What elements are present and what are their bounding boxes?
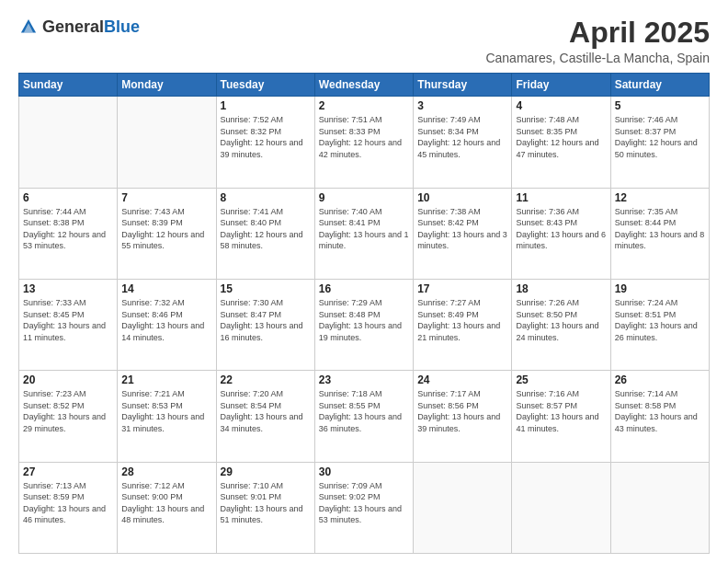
col-header-saturday: Saturday bbox=[610, 74, 709, 97]
day-info: Sunrise: 7:29 AMSunset: 8:48 PMDaylight:… bbox=[319, 297, 409, 343]
calendar-cell: 4Sunrise: 7:48 AMSunset: 8:35 PMDaylight… bbox=[512, 97, 610, 188]
day-number: 2 bbox=[319, 99, 409, 112]
day-info: Sunrise: 7:33 AMSunset: 8:45 PMDaylight:… bbox=[23, 297, 113, 343]
calendar-cell: 25Sunrise: 7:16 AMSunset: 8:57 PMDayligh… bbox=[512, 371, 610, 462]
location: Canamares, Castille-La Mancha, Spain bbox=[485, 51, 710, 65]
calendar-cell bbox=[19, 97, 118, 188]
calendar-cell: 22Sunrise: 7:20 AMSunset: 8:54 PMDayligh… bbox=[216, 371, 314, 462]
calendar-cell: 10Sunrise: 7:38 AMSunset: 8:42 PMDayligh… bbox=[414, 188, 512, 279]
day-number: 8 bbox=[221, 191, 311, 204]
day-number: 21 bbox=[121, 373, 211, 386]
day-number: 22 bbox=[221, 373, 311, 386]
day-number: 9 bbox=[319, 191, 409, 204]
col-header-thursday: Thursday bbox=[414, 74, 512, 97]
calendar-cell: 28Sunrise: 7:12 AMSunset: 9:00 PMDayligh… bbox=[118, 462, 216, 553]
calendar-cell: 8Sunrise: 7:41 AMSunset: 8:40 PMDaylight… bbox=[216, 188, 314, 279]
day-number: 14 bbox=[121, 282, 211, 295]
day-info: Sunrise: 7:27 AMSunset: 8:49 PMDaylight:… bbox=[417, 297, 507, 343]
day-info: Sunrise: 7:23 AMSunset: 8:52 PMDaylight:… bbox=[23, 388, 113, 434]
calendar-cell: 30Sunrise: 7:09 AMSunset: 9:02 PMDayligh… bbox=[314, 462, 413, 553]
col-header-tuesday: Tuesday bbox=[216, 74, 314, 97]
calendar-cell: 21Sunrise: 7:21 AMSunset: 8:53 PMDayligh… bbox=[118, 371, 216, 462]
month-year: April 2025 bbox=[485, 17, 710, 49]
calendar-cell: 17Sunrise: 7:27 AMSunset: 8:49 PMDayligh… bbox=[414, 279, 512, 370]
calendar-cell: 14Sunrise: 7:32 AMSunset: 8:46 PMDayligh… bbox=[118, 279, 216, 370]
day-number: 25 bbox=[516, 373, 606, 386]
day-info: Sunrise: 7:46 AMSunset: 8:37 PMDaylight:… bbox=[615, 114, 705, 160]
calendar-cell bbox=[414, 462, 512, 553]
calendar-cell: 6Sunrise: 7:44 AMSunset: 8:38 PMDaylight… bbox=[19, 188, 118, 279]
calendar-cell: 29Sunrise: 7:10 AMSunset: 9:01 PMDayligh… bbox=[216, 462, 314, 553]
day-info: Sunrise: 7:18 AMSunset: 8:55 PMDaylight:… bbox=[319, 388, 409, 434]
title-block: April 2025 Canamares, Castille-La Mancha… bbox=[485, 17, 710, 65]
day-info: Sunrise: 7:52 AMSunset: 8:32 PMDaylight:… bbox=[221, 114, 311, 160]
day-info: Sunrise: 7:43 AMSunset: 8:39 PMDaylight:… bbox=[121, 206, 211, 252]
day-info: Sunrise: 7:41 AMSunset: 8:40 PMDaylight:… bbox=[221, 206, 311, 252]
day-info: Sunrise: 7:21 AMSunset: 8:53 PMDaylight:… bbox=[121, 388, 211, 434]
day-number: 29 bbox=[221, 465, 311, 478]
col-header-sunday: Sunday bbox=[19, 74, 118, 97]
calendar-cell: 26Sunrise: 7:14 AMSunset: 8:58 PMDayligh… bbox=[610, 371, 709, 462]
day-number: 17 bbox=[417, 282, 507, 295]
calendar-cell: 16Sunrise: 7:29 AMSunset: 8:48 PMDayligh… bbox=[314, 279, 413, 370]
calendar-cell: 23Sunrise: 7:18 AMSunset: 8:55 PMDayligh… bbox=[314, 371, 413, 462]
day-number: 1 bbox=[221, 99, 311, 112]
day-number: 23 bbox=[319, 373, 409, 386]
day-info: Sunrise: 7:48 AMSunset: 8:35 PMDaylight:… bbox=[516, 114, 606, 160]
header: GeneralBlue April 2025 Canamares, Castil… bbox=[18, 17, 710, 65]
day-info: Sunrise: 7:20 AMSunset: 8:54 PMDaylight:… bbox=[221, 388, 311, 434]
calendar-cell: 7Sunrise: 7:43 AMSunset: 8:39 PMDaylight… bbox=[118, 188, 216, 279]
calendar-cell: 2Sunrise: 7:51 AMSunset: 8:33 PMDaylight… bbox=[314, 97, 413, 188]
calendar-cell: 27Sunrise: 7:13 AMSunset: 8:59 PMDayligh… bbox=[19, 462, 118, 553]
calendar-cell: 1Sunrise: 7:52 AMSunset: 8:32 PMDaylight… bbox=[216, 97, 314, 188]
calendar-cell: 5Sunrise: 7:46 AMSunset: 8:37 PMDaylight… bbox=[610, 97, 709, 188]
day-number: 7 bbox=[121, 191, 211, 204]
day-info: Sunrise: 7:35 AMSunset: 8:44 PMDaylight:… bbox=[615, 206, 705, 252]
calendar-cell bbox=[610, 462, 709, 553]
logo-icon bbox=[18, 17, 39, 37]
day-number: 18 bbox=[516, 282, 606, 295]
logo-blue: Blue bbox=[104, 17, 140, 36]
day-info: Sunrise: 7:32 AMSunset: 8:46 PMDaylight:… bbox=[121, 297, 211, 343]
calendar-table: SundayMondayTuesdayWednesdayThursdayFrid… bbox=[18, 73, 710, 554]
day-number: 11 bbox=[516, 191, 606, 204]
day-info: Sunrise: 7:10 AMSunset: 9:01 PMDaylight:… bbox=[221, 480, 311, 526]
day-number: 27 bbox=[23, 465, 113, 478]
day-number: 13 bbox=[23, 282, 113, 295]
day-number: 26 bbox=[615, 373, 705, 386]
day-number: 16 bbox=[319, 282, 409, 295]
calendar-cell: 11Sunrise: 7:36 AMSunset: 8:43 PMDayligh… bbox=[512, 188, 610, 279]
day-number: 5 bbox=[615, 99, 705, 112]
day-info: Sunrise: 7:36 AMSunset: 8:43 PMDaylight:… bbox=[516, 206, 606, 252]
day-number: 3 bbox=[417, 99, 507, 112]
logo: GeneralBlue bbox=[18, 17, 140, 37]
day-info: Sunrise: 7:24 AMSunset: 8:51 PMDaylight:… bbox=[615, 297, 705, 343]
day-number: 19 bbox=[615, 282, 705, 295]
day-info: Sunrise: 7:14 AMSunset: 8:58 PMDaylight:… bbox=[615, 388, 705, 434]
day-info: Sunrise: 7:26 AMSunset: 8:50 PMDaylight:… bbox=[516, 297, 606, 343]
calendar-cell: 24Sunrise: 7:17 AMSunset: 8:56 PMDayligh… bbox=[414, 371, 512, 462]
day-info: Sunrise: 7:49 AMSunset: 8:34 PMDaylight:… bbox=[417, 114, 507, 160]
day-number: 10 bbox=[417, 191, 507, 204]
calendar-cell: 12Sunrise: 7:35 AMSunset: 8:44 PMDayligh… bbox=[610, 188, 709, 279]
day-info: Sunrise: 7:09 AMSunset: 9:02 PMDaylight:… bbox=[319, 480, 409, 526]
calendar-cell: 13Sunrise: 7:33 AMSunset: 8:45 PMDayligh… bbox=[19, 279, 118, 370]
calendar-cell bbox=[512, 462, 610, 553]
day-info: Sunrise: 7:16 AMSunset: 8:57 PMDaylight:… bbox=[516, 388, 606, 434]
calendar-cell: 9Sunrise: 7:40 AMSunset: 8:41 PMDaylight… bbox=[314, 188, 413, 279]
day-number: 4 bbox=[516, 99, 606, 112]
day-info: Sunrise: 7:40 AMSunset: 8:41 PMDaylight:… bbox=[319, 206, 409, 252]
day-info: Sunrise: 7:38 AMSunset: 8:42 PMDaylight:… bbox=[417, 206, 507, 252]
col-header-wednesday: Wednesday bbox=[314, 74, 413, 97]
day-number: 20 bbox=[23, 373, 113, 386]
page: GeneralBlue April 2025 Canamares, Castil… bbox=[0, 0, 728, 563]
calendar-cell: 19Sunrise: 7:24 AMSunset: 8:51 PMDayligh… bbox=[610, 279, 709, 370]
day-number: 28 bbox=[121, 465, 211, 478]
calendar-cell bbox=[118, 97, 216, 188]
day-info: Sunrise: 7:30 AMSunset: 8:47 PMDaylight:… bbox=[221, 297, 311, 343]
day-number: 15 bbox=[221, 282, 311, 295]
calendar-cell: 20Sunrise: 7:23 AMSunset: 8:52 PMDayligh… bbox=[19, 371, 118, 462]
day-number: 24 bbox=[417, 373, 507, 386]
col-header-friday: Friday bbox=[512, 74, 610, 97]
day-info: Sunrise: 7:51 AMSunset: 8:33 PMDaylight:… bbox=[319, 114, 409, 160]
